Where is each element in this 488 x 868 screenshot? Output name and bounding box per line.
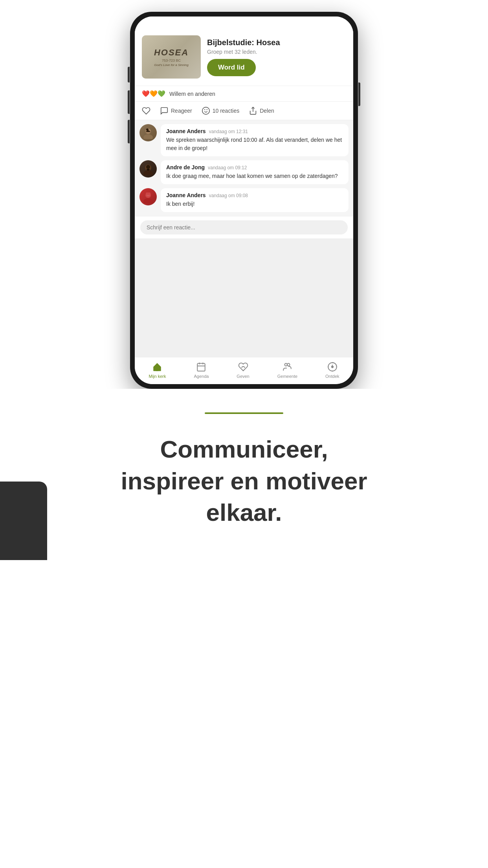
volume-down-button	[128, 120, 130, 143]
svg-rect-16	[198, 363, 205, 371]
nav-label-mijn-kerk: Mijn kerk	[149, 374, 166, 379]
volume-up-button	[128, 90, 130, 114]
nav-item-geven[interactable]: Geven	[237, 361, 249, 379]
comment-item: Andre de Jong vandaag om 09:12 Ik doe gr…	[139, 160, 349, 184]
svg-point-5	[143, 134, 153, 139]
comment-name: Andre de Jong	[166, 164, 205, 170]
comment-item: Joanne Anders vandaag om 12:31 We spreke…	[139, 124, 349, 156]
silent-button	[128, 67, 130, 82]
nav-label-ontdek: Ontdek	[325, 374, 339, 379]
phone-content[interactable]: HOSEA 753-723 BC God's Love for a Sinnin…	[135, 28, 353, 357]
divider-line	[205, 412, 283, 414]
comment-time: vandaag om 09:08	[209, 193, 248, 198]
comment-bubble: Joanne Anders vandaag om 12:31 We spreke…	[161, 124, 349, 156]
group-info: Bijbelstudie: Hosea Groep met 32 leden. …	[207, 38, 346, 76]
discover-icon	[327, 361, 338, 372]
share-label: Delen	[260, 108, 274, 114]
reactions-count-label: 10 reacties	[213, 108, 239, 114]
nav-item-mijn-kerk[interactable]: Mijn kerk	[149, 361, 166, 379]
avatar	[139, 188, 157, 205]
hosea-date: 753-723 BC	[162, 59, 181, 62]
comment-time: vandaag om 09:12	[208, 165, 247, 170]
group-title: Bijbelstudie: Hosea	[207, 38, 346, 47]
status-bar	[135, 16, 353, 28]
comment-action[interactable]: Reageer	[160, 106, 192, 115]
heart-outline-icon	[142, 106, 150, 115]
nav-item-ontdek[interactable]: Ontdek	[325, 361, 339, 379]
comment-header: Joanne Anders vandaag om 09:08	[166, 192, 343, 198]
comment-bubble: Joanne Anders vandaag om 09:08 Ik ben er…	[161, 188, 349, 212]
comment-time: vandaag om 12:31	[209, 129, 248, 134]
comment-input[interactable]	[140, 220, 348, 234]
comment-text: Ik ben erbij!	[166, 200, 343, 208]
svg-rect-14	[146, 192, 150, 195]
leaf-icon: 💚	[158, 90, 165, 97]
headline-text: Communiceer, inspireer en motiveer elkaa…	[106, 434, 382, 529]
join-button[interactable]: Word lid	[207, 59, 256, 76]
avatar	[139, 160, 157, 178]
reactions-action[interactable]: 10 reacties	[202, 106, 239, 115]
share-action[interactable]: Delen	[249, 106, 274, 115]
heart-icon: ❤️	[142, 90, 150, 97]
nav-item-agenda[interactable]: Agenda	[194, 361, 209, 379]
svg-point-12	[143, 198, 153, 203]
power-button	[358, 82, 360, 106]
corner-decoration	[0, 482, 47, 560]
comment-item: Joanne Anders vandaag om 09:08 Ik ben er…	[139, 188, 349, 212]
svg-point-0	[202, 107, 209, 114]
nav-item-gemeente[interactable]: Gemeente	[277, 361, 297, 379]
svg-point-10	[147, 169, 150, 170]
nav-label-gemeente: Gemeente	[277, 374, 297, 379]
give-icon	[238, 361, 249, 372]
hosea-title: HOSEA	[154, 48, 189, 58]
lower-section: Communiceer, inspireer en motiveer elkaa…	[0, 389, 488, 560]
share-icon	[249, 106, 257, 115]
comment-text: Ik doe graag mee, maar hoe laat komen we…	[166, 172, 343, 180]
reaction-icons: ❤️ 🧡 💚	[142, 90, 165, 97]
group-card: HOSEA 753-723 BC God's Love for a Sinnin…	[135, 28, 353, 86]
bottom-nav: Mijn kerk Agenda	[135, 357, 353, 384]
svg-point-8	[143, 170, 153, 175]
phone-screen: HOSEA 753-723 BC God's Love for a Sinnin…	[135, 16, 353, 384]
nav-label-agenda: Agenda	[194, 374, 209, 379]
phone-shell: HOSEA 753-723 BC God's Love for a Sinnin…	[130, 12, 358, 389]
comment-name: Joanne Anders	[166, 128, 206, 134]
reactions-text: Willem en anderen	[169, 91, 215, 97]
orange-heart-icon: 🧡	[150, 90, 158, 97]
like-action[interactable]	[142, 106, 150, 115]
reactions-count-icon	[202, 106, 210, 115]
nav-label-geven: Geven	[237, 374, 249, 379]
reactions-row: ❤️ 🧡 💚 Willem en anderen	[135, 86, 353, 101]
comment-input-row	[135, 216, 353, 238]
home-church-icon	[152, 361, 163, 372]
comment-label: Reageer	[171, 108, 192, 114]
svg-point-9	[146, 165, 150, 169]
comment-header: Joanne Anders vandaag om 12:31	[166, 128, 343, 134]
comment-name: Joanne Anders	[166, 192, 206, 198]
svg-rect-15	[156, 364, 158, 366]
hosea-caption: God's Love for a Sinning	[154, 63, 188, 67]
svg-point-18	[287, 363, 290, 366]
community-icon	[282, 361, 293, 372]
avatar	[139, 124, 157, 141]
action-bar: Reageer 10 reacties	[135, 101, 353, 120]
comment-header: Andre de Jong vandaag om 09:12	[166, 164, 343, 170]
comment-icon	[160, 106, 169, 115]
svg-point-25	[332, 366, 333, 368]
group-image: HOSEA 753-723 BC God's Love for a Sinnin…	[142, 35, 201, 79]
comment-bubble: Andre de Jong vandaag om 09:12 Ik doe gr…	[161, 160, 349, 184]
comment-text: We spreken waarschijnlijk rond 10:00 af.…	[166, 136, 343, 152]
calendar-icon	[196, 361, 207, 372]
group-subtitle: Groep met 32 leden.	[207, 49, 346, 55]
comments-section: Joanne Anders vandaag om 12:31 We spreke…	[135, 120, 353, 216]
